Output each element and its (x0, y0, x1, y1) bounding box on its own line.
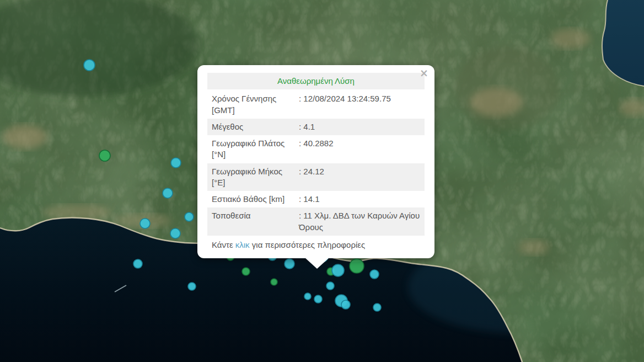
klik-link[interactable]: κλικ (235, 240, 250, 249)
popup-row: Γεωγραφικό Μήκος [°E]: 24.12 (207, 163, 425, 191)
earthquake-marker[interactable] (314, 295, 322, 303)
popup-row: Γεωγραφικό Πλάτος [°N]: 40.2882 (207, 135, 425, 163)
footer-text-post: για περισσότερες πληροφορίες (250, 240, 366, 249)
field-value: : 12/08/2024 13:24:59.75 (296, 93, 420, 116)
earthquake-marker[interactable] (170, 228, 180, 238)
field-label: Χρόνος Γέννησης [GMT] (212, 93, 296, 116)
footer-text-pre: Κάντε (212, 240, 235, 249)
earthquake-popup: × Αναθεωρημένη Λύση Χρόνος Γέννησης [GMT… (197, 65, 434, 258)
popup-row: Μέγεθος: 4.1 (207, 119, 425, 135)
field-label: Γεωγραφικό Μήκος [°E] (212, 166, 296, 189)
popup-pointer (305, 258, 329, 269)
earthquake-marker[interactable] (99, 150, 110, 161)
earthquake-marker[interactable] (373, 304, 381, 311)
earthquake-marker[interactable] (242, 268, 250, 275)
earthquake-marker[interactable] (350, 259, 364, 273)
popup-rows: Χρόνος Γέννησης [GMT]: 12/08/2024 13:24:… (207, 91, 425, 236)
field-value: : 14.1 (296, 194, 420, 205)
field-label: Τοποθεσία (212, 210, 296, 233)
earthquake-marker[interactable] (332, 264, 344, 276)
earthquake-marker[interactable] (188, 283, 196, 290)
earthquake-marker[interactable] (271, 279, 277, 285)
field-label: Μέγεθος (212, 121, 296, 132)
popup-content: Αναθεωρημένη Λύση Χρόνος Γέννησης [GMT]:… (197, 65, 434, 258)
field-value: : 4.1 (296, 121, 420, 132)
close-icon[interactable]: × (420, 68, 428, 78)
earthquake-marker[interactable] (304, 293, 311, 300)
earthquake-marker[interactable] (171, 158, 181, 168)
field-value: : 11 Χλμ. ΔΒΔ των Καρυών Αγίου Όρους (296, 210, 420, 233)
popup-footer: Κάντε κλικ για περισσότερες πληροφορίες (207, 236, 425, 252)
field-label: Εστιακό Βάθος [km] (212, 194, 296, 205)
earthquake-marker[interactable] (326, 282, 334, 290)
field-value: : 24.12 (296, 166, 420, 189)
earthquake-marker[interactable] (163, 188, 173, 198)
earthquake-marker[interactable] (133, 259, 142, 268)
earthquake-marker[interactable] (285, 259, 294, 269)
popup-row: Τοποθεσία: 11 Χλμ. ΔΒΔ των Καρυών Αγίου … (207, 207, 425, 236)
map-stage: × Αναθεωρημένη Λύση Χρόνος Γέννησης [GMT… (0, 0, 644, 362)
popup-row: Χρόνος Γέννησης [GMT]: 12/08/2024 13:24:… (207, 91, 425, 119)
earthquake-marker[interactable] (341, 300, 350, 309)
earthquake-marker[interactable] (84, 60, 95, 71)
earthquake-marker[interactable] (140, 219, 150, 228)
earthquake-marker[interactable] (185, 212, 194, 221)
popup-title: Αναθεωρημένη Λύση (207, 73, 425, 89)
popup-row: Εστιακό Βάθος [km]: 14.1 (207, 191, 425, 207)
field-value: : 40.2882 (296, 138, 420, 161)
field-label: Γεωγραφικό Πλάτος [°N] (212, 138, 296, 161)
earthquake-marker[interactable] (370, 270, 379, 279)
